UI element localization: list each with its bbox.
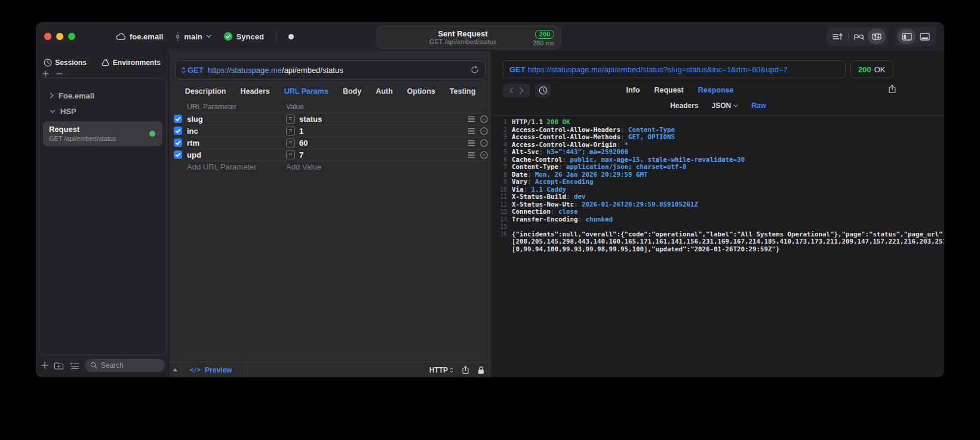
cloud-project-button[interactable]: foe.email (116, 32, 163, 41)
line-number: 1 (492, 119, 512, 127)
transfer-panel-button[interactable] (868, 29, 886, 44)
url-host: https://statuspage.me (208, 66, 282, 75)
protocol-selector[interactable]: HTTP (429, 366, 453, 374)
code-icon: </> (190, 367, 201, 373)
add-session-button[interactable] (42, 70, 49, 77)
list-options-button[interactable] (69, 362, 79, 370)
lock-icon[interactable] (478, 366, 484, 374)
url-path: /api/embed/status (282, 66, 343, 75)
param-name[interactable]: inc (187, 127, 286, 136)
remove-param-button[interactable] (480, 151, 488, 159)
equals-icon[interactable]: = (286, 127, 295, 136)
collapse-panel-button[interactable] (169, 362, 181, 377)
resend-button[interactable] (471, 66, 479, 74)
sidebar-tab-environments[interactable]: Environments (101, 59, 161, 67)
tab-headers[interactable]: Headers (240, 87, 269, 96)
sort-lines-button[interactable] (829, 29, 847, 44)
url-param-row[interactable]: slug=status (169, 113, 491, 125)
line-content: Transfer-Encoding: chunked (512, 216, 944, 224)
method-selector[interactable]: GET (182, 66, 204, 75)
add-param-row[interactable]: Add URL Parameter Add Value (169, 161, 491, 173)
tab-description[interactable]: Description (185, 87, 226, 96)
tab-options[interactable]: Options (407, 87, 435, 96)
zoom-window-button[interactable] (68, 33, 75, 40)
subtab-label: Headers (670, 101, 698, 110)
line-number: 16 (492, 231, 512, 254)
remove-param-button[interactable] (480, 115, 488, 123)
sent-request-url[interactable]: GET https://statuspage.me/api/embed/stat… (503, 60, 846, 78)
subtab-json[interactable]: JSON (712, 101, 739, 110)
request-list-item[interactable]: Request GET /api/embed/status (43, 121, 162, 146)
line-number: 5 (492, 149, 512, 156)
preview-button[interactable]: </> Preview (181, 362, 248, 377)
param-value[interactable]: 7 (299, 150, 303, 159)
sidebar: Sessions Environments Foe.email (36, 51, 168, 377)
loop-button[interactable] (850, 29, 868, 44)
export-response-button[interactable] (888, 84, 896, 94)
sync-status[interactable]: Synced (223, 32, 264, 41)
sidebar-tab-sessions[interactable]: Sessions (44, 59, 87, 67)
remove-param-button[interactable] (480, 127, 488, 135)
line-number: 2 (492, 127, 512, 134)
param-enabled-checkbox[interactable] (174, 115, 182, 123)
tree-item-label: Foe.email (59, 91, 94, 100)
line-number: 3 (492, 134, 512, 141)
tab-auth[interactable]: Auth (376, 87, 392, 96)
subtab-label: Raw (751, 101, 766, 110)
url-param-row[interactable]: inc=1 (169, 125, 491, 137)
reorder-handle-icon[interactable] (468, 140, 475, 146)
response-time-label: 280 ms (504, 39, 554, 47)
reorder-handle-icon[interactable] (468, 152, 475, 158)
param-value[interactable]: status (299, 115, 322, 124)
tab-testing[interactable]: Testing (450, 87, 476, 96)
equals-icon[interactable]: = (286, 115, 295, 124)
sent-method: GET (509, 65, 526, 74)
tab-request[interactable]: Request (654, 86, 683, 94)
cloud-icon (116, 33, 126, 40)
tab-response[interactable]: Response (698, 86, 734, 94)
remove-session-button[interactable] (56, 70, 63, 77)
git-branch-icon (175, 32, 180, 41)
layout-bottom-panel-button[interactable] (916, 29, 933, 44)
sessions-panel: Foe.email HSP Request GET /api/embed/sta… (39, 78, 167, 355)
response-status-text: OK (874, 65, 886, 74)
remove-param-button[interactable] (480, 139, 488, 147)
equals-icon[interactable]: = (286, 139, 295, 147)
add-request-button[interactable] (41, 362, 48, 369)
equals-icon[interactable]: = (286, 150, 295, 159)
tree-item-foe-email[interactable]: Foe.email (39, 88, 166, 103)
param-name[interactable]: rtm (187, 139, 286, 147)
tab-info[interactable]: Info (626, 86, 640, 94)
param-name[interactable]: slug (187, 115, 286, 124)
url-param-row[interactable]: rtm=60 (169, 137, 491, 149)
close-window-button[interactable] (44, 33, 51, 40)
tab-url-params[interactable]: URL Params (284, 87, 328, 96)
param-value[interactable]: 1 (299, 127, 303, 136)
request-url-input[interactable]: GET https://statuspage.me/api/embed/stat… (175, 60, 486, 79)
layout-sidebar-button[interactable] (898, 29, 916, 44)
subtab-headers[interactable]: Headers (670, 101, 698, 110)
add-value-placeholder[interactable]: Add Value (286, 162, 321, 171)
search-input[interactable]: Search (85, 359, 165, 372)
reorder-handle-icon[interactable] (468, 128, 475, 134)
new-folder-button[interactable] (54, 362, 64, 370)
response-status-box: 200 OK (850, 60, 893, 78)
param-enabled-checkbox[interactable] (174, 127, 182, 135)
minimize-window-button[interactable] (56, 33, 63, 40)
share-button[interactable] (462, 365, 469, 374)
param-enabled-checkbox[interactable] (174, 150, 182, 159)
response-tabs: InfoRequestResponse (503, 86, 857, 94)
tree-item-hsp[interactable]: HSP (39, 103, 166, 119)
url-param-row[interactable]: upd=7 (169, 149, 491, 161)
tab-body[interactable]: Body (343, 87, 361, 96)
subtab-raw[interactable]: Raw (751, 101, 766, 110)
param-name[interactable]: upd (187, 150, 286, 159)
sent-request-pill[interactable]: Sent Request GET /api/embed/status 200 2… (377, 26, 561, 49)
param-value[interactable]: 60 (299, 139, 308, 147)
reorder-handle-icon[interactable] (468, 116, 475, 122)
url-params-table: URL Parameter Value slug=statusinc=1rtm=… (169, 101, 491, 173)
add-parameter-placeholder[interactable]: Add URL Parameter (187, 162, 286, 171)
branch-selector[interactable]: main (175, 32, 211, 41)
sync-status-label: Synced (236, 32, 264, 41)
param-enabled-checkbox[interactable] (174, 139, 182, 147)
